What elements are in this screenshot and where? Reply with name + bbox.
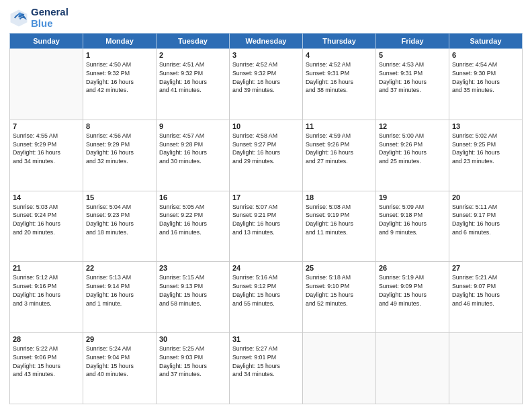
- calendar-cell: 6Sunrise: 4:54 AMSunset: 9:30 PMDaylight…: [449, 49, 523, 120]
- day-number: 28: [13, 335, 80, 343]
- day-number: 26: [379, 264, 446, 272]
- day-info: Sunrise: 4:59 AMSunset: 9:26 PMDaylight:…: [306, 132, 373, 166]
- weekday-header-row: SundayMondayTuesdayWednesdayThursdayFrid…: [10, 34, 523, 49]
- day-info: Sunrise: 5:22 AMSunset: 9:06 PMDaylight:…: [13, 345, 80, 379]
- weekday-header-wednesday: Wednesday: [230, 34, 303, 49]
- day-number: 19: [379, 193, 446, 201]
- calendar-cell: 11Sunrise: 4:59 AMSunset: 9:26 PMDayligh…: [303, 120, 376, 191]
- week-row-3: 14Sunrise: 5:03 AMSunset: 9:24 PMDayligh…: [10, 191, 523, 262]
- calendar-cell: 26Sunrise: 5:19 AMSunset: 9:09 PMDayligh…: [376, 262, 449, 333]
- day-info: Sunrise: 5:03 AMSunset: 9:24 PMDaylight:…: [13, 203, 80, 237]
- calendar-cell: 9Sunrise: 4:57 AMSunset: 9:28 PMDaylight…: [157, 120, 230, 191]
- day-info: Sunrise: 4:50 AMSunset: 9:32 PMDaylight:…: [86, 60, 153, 95]
- day-info: Sunrise: 5:21 AMSunset: 9:07 PMDaylight:…: [452, 273, 519, 308]
- calendar-cell: 12Sunrise: 5:00 AMSunset: 9:26 PMDayligh…: [376, 120, 449, 191]
- weekday-header-saturday: Saturday: [449, 34, 523, 49]
- day-info: Sunrise: 5:15 AMSunset: 9:13 PMDaylight:…: [159, 273, 226, 308]
- day-info: Sunrise: 5:00 AMSunset: 9:26 PMDaylight:…: [379, 132, 446, 166]
- calendar-table: SundayMondayTuesdayWednesdayThursdayFrid…: [9, 33, 523, 404]
- logo-text: General Blue: [31, 7, 69, 29]
- weekday-header-friday: Friday: [376, 34, 449, 49]
- day-info: Sunrise: 5:07 AMSunset: 9:21 PMDaylight:…: [232, 203, 300, 237]
- day-number: 8: [86, 122, 153, 130]
- day-info: Sunrise: 5:24 AMSunset: 9:04 PMDaylight:…: [86, 345, 153, 379]
- calendar-cell: 31Sunrise: 5:27 AMSunset: 9:01 PMDayligh…: [230, 333, 303, 404]
- weekday-header-sunday: Sunday: [10, 34, 83, 49]
- calendar-cell: [376, 333, 449, 404]
- day-number: 12: [379, 122, 446, 130]
- day-number: 16: [159, 193, 226, 201]
- weekday-header-monday: Monday: [83, 34, 157, 49]
- week-row-4: 21Sunrise: 5:12 AMSunset: 9:16 PMDayligh…: [10, 262, 523, 333]
- day-number: 3: [232, 51, 300, 59]
- day-info: Sunrise: 4:54 AMSunset: 9:30 PMDaylight:…: [452, 60, 519, 95]
- weekday-header-thursday: Thursday: [303, 34, 376, 49]
- day-number: 24: [232, 264, 300, 272]
- calendar-cell: 22Sunrise: 5:13 AMSunset: 9:14 PMDayligh…: [83, 262, 157, 333]
- day-info: Sunrise: 5:27 AMSunset: 9:01 PMDaylight:…: [232, 345, 300, 379]
- day-number: 1: [86, 51, 153, 59]
- day-number: 7: [13, 122, 80, 130]
- calendar-cell: 19Sunrise: 5:09 AMSunset: 9:18 PMDayligh…: [376, 191, 449, 262]
- day-number: 14: [13, 193, 80, 201]
- day-info: Sunrise: 5:12 AMSunset: 9:16 PMDaylight:…: [13, 273, 80, 308]
- calendar-cell: 20Sunrise: 5:11 AMSunset: 9:17 PMDayligh…: [449, 191, 523, 262]
- calendar-cell: 13Sunrise: 5:02 AMSunset: 9:25 PMDayligh…: [449, 120, 523, 191]
- page: General Blue SundayMondayTuesdayWednesda…: [0, 0, 532, 411]
- calendar-cell: 2Sunrise: 4:51 AMSunset: 9:32 PMDaylight…: [157, 49, 230, 120]
- calendar-cell: 28Sunrise: 5:22 AMSunset: 9:06 PMDayligh…: [10, 333, 83, 404]
- calendar-cell: 1Sunrise: 4:50 AMSunset: 9:32 PMDaylight…: [83, 49, 157, 120]
- calendar-cell: 18Sunrise: 5:08 AMSunset: 9:19 PMDayligh…: [303, 191, 376, 262]
- calendar-cell: 29Sunrise: 5:24 AMSunset: 9:04 PMDayligh…: [83, 333, 157, 404]
- day-info: Sunrise: 5:18 AMSunset: 9:10 PMDaylight:…: [306, 273, 373, 308]
- calendar-cell: 3Sunrise: 4:52 AMSunset: 9:32 PMDaylight…: [230, 49, 303, 120]
- day-info: Sunrise: 4:58 AMSunset: 9:27 PMDaylight:…: [232, 132, 300, 166]
- day-number: 11: [306, 122, 373, 130]
- logo: General Blue: [9, 7, 69, 29]
- day-number: 5: [379, 51, 446, 59]
- day-info: Sunrise: 5:16 AMSunset: 9:12 PMDaylight:…: [232, 273, 300, 308]
- day-info: Sunrise: 5:19 AMSunset: 9:09 PMDaylight:…: [379, 273, 446, 308]
- day-number: 15: [86, 193, 153, 201]
- day-info: Sunrise: 4:52 AMSunset: 9:32 PMDaylight:…: [232, 60, 300, 95]
- day-info: Sunrise: 5:08 AMSunset: 9:19 PMDaylight:…: [306, 203, 373, 237]
- day-number: 21: [13, 264, 80, 272]
- day-number: 17: [232, 193, 300, 201]
- calendar-cell: 4Sunrise: 4:52 AMSunset: 9:31 PMDaylight…: [303, 49, 376, 120]
- day-number: 25: [306, 264, 373, 272]
- calendar-cell: 5Sunrise: 4:53 AMSunset: 9:31 PMDaylight…: [376, 49, 449, 120]
- day-number: 13: [452, 122, 519, 130]
- day-number: 27: [452, 264, 519, 272]
- day-number: 4: [306, 51, 373, 59]
- day-info: Sunrise: 5:11 AMSunset: 9:17 PMDaylight:…: [452, 203, 519, 237]
- calendar-cell: 7Sunrise: 4:55 AMSunset: 9:29 PMDaylight…: [10, 120, 83, 191]
- day-number: 9: [159, 122, 226, 130]
- svg-point-1: [18, 12, 21, 15]
- calendar-cell: 27Sunrise: 5:21 AMSunset: 9:07 PMDayligh…: [449, 262, 523, 333]
- calendar-cell: 25Sunrise: 5:18 AMSunset: 9:10 PMDayligh…: [303, 262, 376, 333]
- day-number: 20: [452, 193, 519, 201]
- day-number: 30: [159, 335, 226, 343]
- calendar-cell: 17Sunrise: 5:07 AMSunset: 9:21 PMDayligh…: [230, 191, 303, 262]
- day-number: 23: [159, 264, 226, 272]
- calendar-cell: 16Sunrise: 5:05 AMSunset: 9:22 PMDayligh…: [157, 191, 230, 262]
- header: General Blue: [9, 7, 523, 29]
- week-row-1: 1Sunrise: 4:50 AMSunset: 9:32 PMDaylight…: [10, 49, 523, 120]
- day-number: 10: [232, 122, 300, 130]
- weekday-header-tuesday: Tuesday: [157, 34, 230, 49]
- calendar-cell: 10Sunrise: 4:58 AMSunset: 9:27 PMDayligh…: [230, 120, 303, 191]
- day-number: 2: [159, 51, 226, 59]
- day-info: Sunrise: 5:13 AMSunset: 9:14 PMDaylight:…: [86, 273, 153, 308]
- day-info: Sunrise: 5:25 AMSunset: 9:03 PMDaylight:…: [159, 345, 226, 379]
- calendar-cell: [10, 49, 83, 120]
- day-number: 31: [232, 335, 300, 343]
- day-info: Sunrise: 5:02 AMSunset: 9:25 PMDaylight:…: [452, 132, 519, 166]
- day-number: 6: [452, 51, 519, 59]
- calendar-cell: 21Sunrise: 5:12 AMSunset: 9:16 PMDayligh…: [10, 262, 83, 333]
- week-row-2: 7Sunrise: 4:55 AMSunset: 9:29 PMDaylight…: [10, 120, 523, 191]
- calendar-cell: 8Sunrise: 4:56 AMSunset: 9:29 PMDaylight…: [83, 120, 157, 191]
- day-info: Sunrise: 5:09 AMSunset: 9:18 PMDaylight:…: [379, 203, 446, 237]
- day-number: 29: [86, 335, 153, 343]
- day-number: 22: [86, 264, 153, 272]
- day-info: Sunrise: 4:57 AMSunset: 9:28 PMDaylight:…: [159, 132, 226, 166]
